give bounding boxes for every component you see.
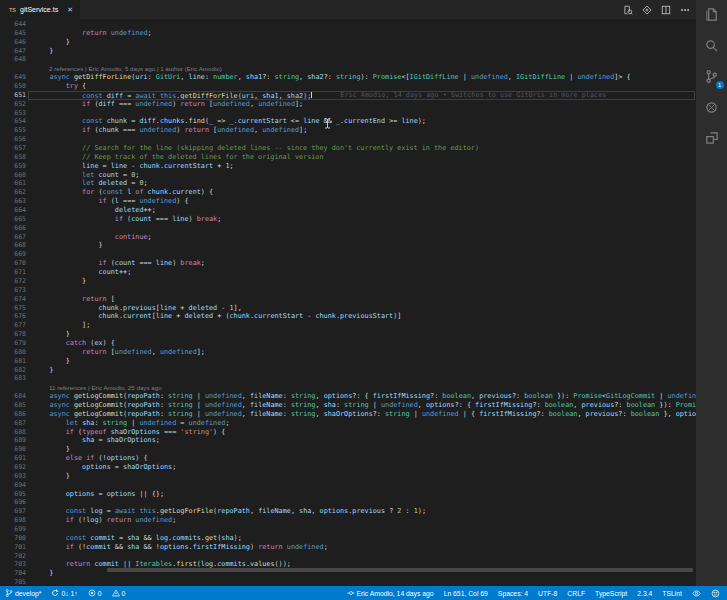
line-number[interactable]: 663 — [0, 197, 26, 206]
line-content[interactable] — [26, 55, 696, 64]
line-content[interactable]: } — [26, 38, 696, 47]
line-number[interactable]: 694 — [0, 481, 26, 490]
line-content[interactable]: const commit = sha && log.commits.get(sh… — [26, 534, 696, 543]
line-number[interactable]: 645 — [0, 29, 26, 38]
line-content[interactable] — [26, 374, 696, 383]
line-number[interactable]: 702 — [0, 552, 26, 561]
line-number[interactable]: 700 — [0, 534, 26, 543]
codelens-annotation[interactable]: 2 references | Eric Amodio, 5 days ago |… — [0, 64, 696, 73]
status-item-right-tslint[interactable]: TSLint — [662, 590, 682, 597]
line-number[interactable]: 693 — [0, 472, 26, 481]
line-number[interactable]: 688 — [0, 428, 26, 437]
line-number[interactable]: 647 — [0, 47, 26, 56]
line-number[interactable]: 692 — [0, 463, 26, 472]
tab-gitservice-ts[interactable]: TS gitService.ts ✕ — [0, 0, 80, 19]
line-number[interactable]: 691 — [0, 454, 26, 463]
line-number[interactable]: 654 — [0, 117, 26, 126]
activity-bar-item-extensions[interactable] — [703, 131, 721, 149]
line-number[interactable]: 703 — [0, 560, 26, 569]
line-content[interactable]: if (!commit && sha && !options.firstIfMi… — [26, 543, 696, 552]
line-number[interactable]: 696 — [0, 498, 26, 507]
line-number[interactable]: 684 — [0, 392, 26, 401]
line-content[interactable]: // Search for the line (skipping deleted… — [26, 144, 696, 153]
line-content[interactable]: return [undefined, undefined]; — [26, 348, 696, 357]
line-number[interactable]: 658 — [0, 153, 26, 162]
activity-bar-item-explorer[interactable] — [703, 7, 721, 25]
line-content[interactable] — [26, 481, 696, 490]
line-number[interactable]: 686 — [0, 410, 26, 419]
line-content[interactable] — [26, 578, 696, 586]
line-content[interactable]: deleted++; — [26, 206, 696, 215]
line-content[interactable]: continue; — [26, 233, 696, 242]
line-content[interactable]: const chunk = diff.chunks.find(_ => _.cu… — [26, 117, 696, 126]
line-number[interactable]: 681 — [0, 357, 26, 366]
line-number[interactable]: 650 — [0, 82, 26, 91]
line-content[interactable]: async getLogCommit(repoPath: string | un… — [26, 410, 696, 419]
line-number[interactable]: 689 — [0, 436, 26, 445]
line-content[interactable]: for (const l of chunk.current) { — [26, 188, 696, 197]
gitlens-icon[interactable] — [642, 5, 652, 15]
line-content[interactable]: } — [26, 357, 696, 366]
line-number[interactable]: 687 — [0, 419, 26, 428]
status-item-right-crlf[interactable]: CRLF — [567, 590, 585, 597]
line-content[interactable]: async getLogCommit(repoPath: string | un… — [26, 401, 696, 410]
line-number[interactable]: 646 — [0, 38, 26, 47]
status-item-left-git-branch[interactable]: develop* — [5, 589, 41, 597]
line-content[interactable]: chunk.previous[line + deleted - 1], — [26, 304, 696, 313]
open-changes-icon[interactable] — [623, 5, 633, 15]
line-number[interactable]: 672 — [0, 277, 26, 286]
line-number[interactable]: 685 — [0, 401, 26, 410]
status-item-right-eye[interactable] — [692, 589, 701, 598]
line-content[interactable]: async getDiffForLine(uri: GitUri, line: … — [26, 73, 696, 82]
line-content[interactable]: chunk.current[line + deleted + (chunk.cu… — [26, 312, 696, 321]
line-number[interactable]: 667 — [0, 233, 26, 242]
status-item-right-smiley[interactable] — [711, 589, 720, 598]
line-number[interactable]: 648 — [0, 55, 26, 64]
status-item-left-error[interactable]: 0 — [88, 589, 102, 597]
line-content[interactable] — [26, 286, 696, 295]
line-number[interactable]: 660 — [0, 171, 26, 180]
line-number[interactable]: 665 — [0, 215, 26, 224]
line-number[interactable]: 678 — [0, 330, 26, 339]
line-number[interactable]: 655 — [0, 126, 26, 135]
line-number[interactable]: 649 — [0, 73, 26, 82]
status-item-left-sync[interactable]: 0↓ 1↑ — [51, 589, 77, 597]
line-content[interactable]: line = line - chunk.currentStart + 1; — [26, 162, 696, 171]
line-content[interactable]: count++; — [26, 268, 696, 277]
code-editor[interactable]: 644645 return undefined;646 }647 }6482 r… — [0, 19, 696, 586]
line-content[interactable]: sha = shaOrOptions; — [26, 436, 696, 445]
line-content[interactable] — [26, 525, 696, 534]
line-number[interactable]: 701 — [0, 543, 26, 552]
codelens-annotation[interactable]: 11 references | Eric Amodio, 25 days ago — [0, 383, 696, 392]
line-number[interactable]: 675 — [0, 304, 26, 313]
line-number[interactable]: 673 — [0, 286, 26, 295]
line-content[interactable]: let deleted = 0; — [26, 179, 696, 188]
line-number[interactable]: 690 — [0, 445, 26, 454]
line-number[interactable]: 670 — [0, 259, 26, 268]
line-content[interactable]: return undefined; — [26, 29, 696, 38]
status-item-left-warning[interactable]: 0 — [112, 589, 126, 597]
line-number[interactable]: 656 — [0, 135, 26, 144]
line-content[interactable]: ]; — [26, 321, 696, 330]
line-number[interactable]: 668 — [0, 241, 26, 250]
line-content[interactable]: if (diff === undefined) return [undefine… — [26, 100, 696, 109]
horizontal-scrollbar[interactable] — [107, 568, 693, 572]
activity-bar-item-search[interactable] — [703, 38, 721, 56]
line-content[interactable]: const diff = await this.getDiffForFile(u… — [26, 91, 696, 100]
line-number[interactable]: 705 — [0, 578, 26, 586]
line-content[interactable]: } — [26, 277, 696, 286]
line-content[interactable]: let count = 0; — [26, 171, 696, 180]
line-number[interactable]: 659 — [0, 162, 26, 171]
line-number[interactable]: 651 — [0, 91, 26, 100]
line-content[interactable]: options = shaOrOptions; — [26, 463, 696, 472]
line-content[interactable]: } — [26, 445, 696, 454]
line-number[interactable]: 674 — [0, 295, 26, 304]
line-number[interactable]: 657 — [0, 144, 26, 153]
line-number[interactable]: 666 — [0, 224, 26, 233]
line-content[interactable]: } — [26, 330, 696, 339]
line-content[interactable]: } — [26, 366, 696, 375]
activity-bar-item-source-control[interactable]: 1 — [703, 69, 721, 87]
more-actions-icon[interactable] — [680, 5, 690, 15]
line-number[interactable]: 669 — [0, 250, 26, 259]
line-content[interactable]: // Keep track of the deleted lines for t… — [26, 153, 696, 162]
